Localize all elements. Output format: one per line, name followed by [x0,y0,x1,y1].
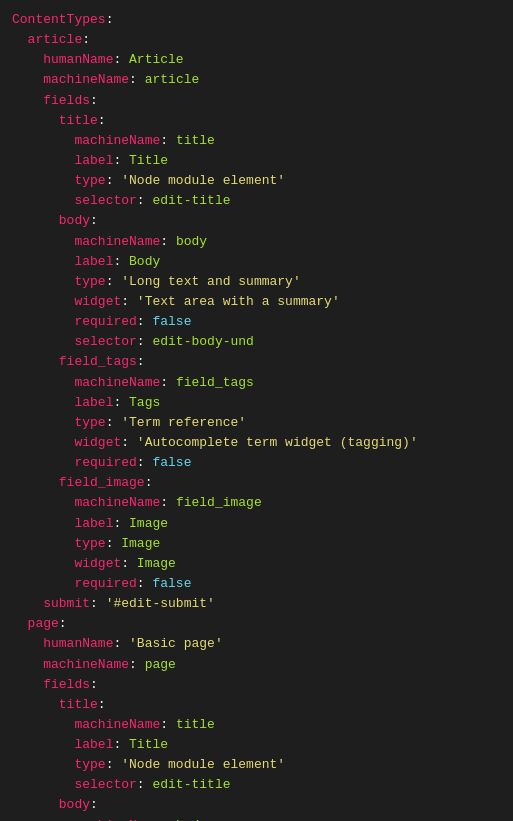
colon: : [160,234,168,249]
code-line: required: false [12,453,501,473]
value-text: edit-title [152,777,230,792]
value-text: field_image [176,495,262,510]
indent-space [12,314,74,329]
key-text: widget [74,556,121,571]
colon: : [137,576,145,591]
code-line: submit: '#edit-submit' [12,594,501,614]
value-text: Article [129,52,184,67]
value-text: 'Node module element' [121,173,285,188]
key-text: body [59,797,90,812]
indent-space [12,375,74,390]
colon: : [129,657,137,672]
value-text: Title [129,737,168,752]
value-text: Image [121,536,160,551]
code-line: required: false [12,312,501,332]
space [129,294,137,309]
code-line: type: 'Node module element' [12,171,501,191]
space [121,395,129,410]
colon: : [106,12,114,27]
key-text: machineName [43,657,129,672]
space [121,52,129,67]
indent-space [12,737,74,752]
value-text: title [176,717,215,732]
colon: : [160,375,168,390]
code-line: widget: 'Text area with a summary' [12,292,501,312]
key-text: machineName [74,133,160,148]
colon: : [137,354,145,369]
key-text: widget [74,435,121,450]
colon: : [90,93,98,108]
indent-space [12,173,74,188]
code-line: humanName: Article [12,50,501,70]
code-line: machineName: title [12,715,501,735]
key-text: required [74,455,136,470]
key-text: selector [74,193,136,208]
key-text: label [74,153,113,168]
value-text: Title [129,153,168,168]
indent-space [12,72,43,87]
code-line: label: Title [12,735,501,755]
value-text: 'Term reference' [121,415,246,430]
value-text: body [176,818,207,821]
indent-space [12,435,74,450]
space [168,234,176,249]
code-line: machineName: field_image [12,493,501,513]
colon: : [160,133,168,148]
space [121,636,129,651]
colon: : [90,213,98,228]
key-text: fields [43,677,90,692]
key-text: required [74,576,136,591]
code-line: machineName: page [12,655,501,675]
colon: : [82,32,90,47]
indent-space [12,93,43,108]
key-text: required [74,314,136,329]
code-line: required: false [12,574,501,594]
code-line: humanName: 'Basic page' [12,634,501,654]
colon: : [90,797,98,812]
value-text: article [145,72,200,87]
indent-space [12,455,74,470]
indent-space [12,777,74,792]
code-line: body: [12,211,501,231]
key-text: submit [43,596,90,611]
space [98,596,106,611]
code-line: machineName: article [12,70,501,90]
key-text: type [74,757,105,772]
space [129,556,137,571]
key-text: machineName [74,375,160,390]
key-text: title [59,113,98,128]
key-text: type [74,173,105,188]
code-line: selector: edit-title [12,191,501,211]
colon: : [98,697,106,712]
key-text: body [59,213,90,228]
code-line: label: Tags [12,393,501,413]
value-text: title [176,133,215,148]
indent-space [12,677,43,692]
code-line: ContentTypes: [12,10,501,30]
code-line: selector: edit-body-und [12,332,501,352]
code-line: fields: [12,91,501,111]
space [168,818,176,821]
key-text: article [28,32,83,47]
space [121,153,129,168]
colon: : [137,193,145,208]
colon: : [137,777,145,792]
space [168,375,176,390]
space [121,737,129,752]
key-text: ContentTypes [12,12,106,27]
value-text: false [152,455,191,470]
code-line: field_tags: [12,352,501,372]
indent-space [12,334,74,349]
value-text: 'Node module element' [121,757,285,772]
indent-space [12,697,59,712]
code-line: fields: [12,675,501,695]
key-text: machineName [74,495,160,510]
value-text: '#edit-submit' [106,596,215,611]
indent-space [12,556,74,571]
code-line: type: 'Long text and summary' [12,272,501,292]
value-text: 'Long text and summary' [121,274,300,289]
key-text: field_image [59,475,145,490]
value-text: body [176,234,207,249]
value-text: field_tags [176,375,254,390]
code-line: widget: Image [12,554,501,574]
